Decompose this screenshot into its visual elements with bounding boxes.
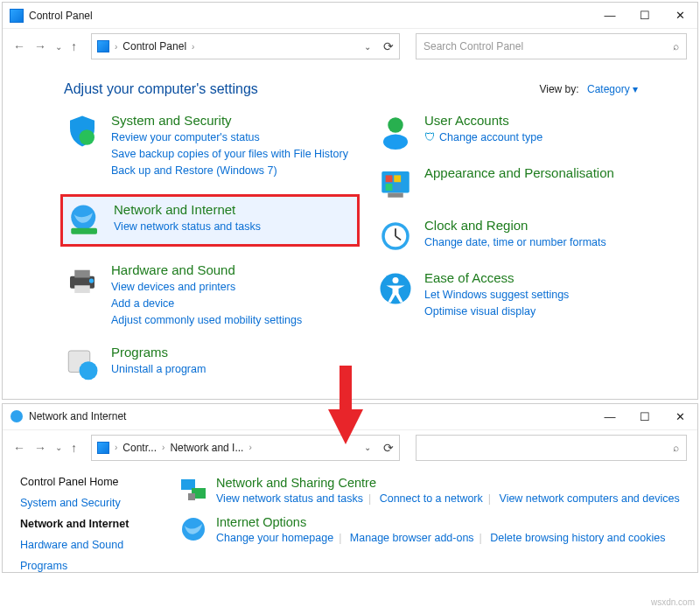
- category-link[interactable]: 🛡Change account type: [424, 129, 542, 146]
- svg-rect-12: [386, 175, 393, 182]
- refresh-button[interactable]: ⟳: [383, 39, 394, 53]
- category-title: Programs: [111, 345, 206, 359]
- svg-point-0: [80, 129, 95, 145]
- back-button[interactable]: ←: [13, 441, 25, 455]
- control-panel-icon: [10, 9, 24, 23]
- shield-icon: [64, 113, 101, 150]
- category-link[interactable]: Change date, time or number formats: [424, 234, 606, 251]
- svg-rect-15: [394, 184, 401, 191]
- search-input[interactable]: Search Control Panel ⌕: [416, 33, 687, 59]
- category-clock-region[interactable]: Clock and Region Change date, time or nu…: [377, 218, 673, 255]
- page-heading: Adjust your computer's settings: [64, 81, 258, 97]
- svg-point-10: [383, 135, 408, 150]
- category-programs[interactable]: Programs Uninstall a program: [64, 345, 360, 381]
- applet-network-sharing[interactable]: Network and Sharing Centre View network …: [179, 476, 680, 505]
- category-link[interactable]: Uninstall a program: [111, 361, 206, 378]
- svg-rect-26: [188, 493, 195, 500]
- category-link[interactable]: Optimise visual display: [424, 304, 569, 320]
- minimize-button[interactable]: —: [592, 3, 627, 29]
- svg-rect-16: [388, 193, 403, 198]
- category-title: Ease of Access: [424, 270, 569, 285]
- network-sharing-icon: [179, 476, 207, 504]
- chevron-right-icon: ›: [115, 42, 117, 52]
- back-button[interactable]: ←: [13, 39, 25, 53]
- category-title: Appearance and Personalisation: [424, 165, 614, 180]
- svg-point-6: [89, 279, 94, 283]
- nav-item[interactable]: Programs: [20, 560, 169, 572]
- address-dropdown[interactable]: ⌄: [364, 42, 371, 52]
- window-title: Control Panel: [29, 10, 93, 22]
- programs-icon: [64, 345, 101, 381]
- applet-title: Internet Options: [216, 515, 665, 529]
- close-button[interactable]: ✕: [662, 403, 697, 429]
- category-link[interactable]: View network status and tasks: [114, 219, 261, 235]
- nav-home[interactable]: Control Panel Home: [20, 476, 169, 488]
- close-button[interactable]: ✕: [662, 3, 697, 29]
- category-title: Clock and Region: [424, 218, 606, 233]
- forward-button[interactable]: →: [34, 441, 46, 455]
- category-title: System and Security: [111, 113, 348, 128]
- chevron-right-icon: ›: [162, 443, 164, 452]
- search-input[interactable]: ⌕: [416, 435, 687, 461]
- chevron-right-icon: ›: [248, 443, 251, 452]
- applet-link[interactable]: View network status and tasks: [216, 492, 363, 505]
- search-icon: ⌕: [673, 40, 679, 52]
- maximize-button[interactable]: ☐: [627, 3, 662, 29]
- annotation-arrow-icon: [324, 366, 368, 444]
- minimize-button[interactable]: —: [592, 403, 627, 429]
- refresh-button[interactable]: ⟳: [383, 441, 394, 455]
- category-user-accounts[interactable]: User Accounts 🛡Change account type: [377, 113, 673, 150]
- breadcrumb[interactable]: Control Panel: [122, 40, 186, 52]
- applet-link[interactable]: Delete browsing history and cookies: [490, 532, 665, 544]
- address-bar[interactable]: › Control Panel › ⌄ ⟳: [91, 33, 400, 59]
- applet-link[interactable]: Manage browser add-ons: [350, 532, 474, 544]
- nav-item[interactable]: System and Security: [20, 497, 169, 509]
- svg-rect-4: [74, 270, 90, 278]
- applet-link[interactable]: Change your homepage: [216, 532, 333, 544]
- chevron-right-icon: ›: [192, 42, 194, 52]
- globe-icon: [10, 409, 24, 423]
- category-network-internet[interactable]: Network and Internet View network status…: [60, 194, 360, 247]
- forward-button[interactable]: →: [34, 39, 46, 53]
- breadcrumb[interactable]: Contr...: [122, 442, 157, 454]
- category-link[interactable]: Add a device: [111, 296, 302, 312]
- applet-link[interactable]: View network computers and devices: [500, 492, 680, 505]
- recent-dropdown[interactable]: ⌄: [55, 42, 62, 52]
- category-link[interactable]: Let Windows suggest settings: [424, 287, 569, 304]
- viewby-label: View by: Category ▾: [539, 83, 638, 95]
- printer-icon: [64, 262, 101, 299]
- category-link[interactable]: Adjust commonly used mobility settings: [111, 312, 302, 329]
- applet-link[interactable]: Connect to a network: [380, 492, 483, 505]
- nav-item-current[interactable]: Network and Internet: [20, 518, 169, 530]
- appearance-icon: [377, 165, 414, 202]
- category-link[interactable]: Save backup copies of your files with Fi…: [111, 146, 348, 163]
- accessibility-icon: [377, 270, 414, 307]
- up-button[interactable]: ↑: [71, 441, 77, 455]
- svg-rect-5: [74, 286, 90, 294]
- viewby-dropdown[interactable]: Category ▾: [587, 83, 638, 95]
- category-system-security[interactable]: System and Security Review your computer…: [64, 113, 360, 178]
- svg-point-23: [10, 410, 23, 422]
- applet-internet-options[interactable]: Internet Options Change your homepage| M…: [179, 515, 680, 544]
- control-panel-icon: [97, 40, 109, 52]
- svg-rect-13: [394, 175, 401, 182]
- recent-dropdown[interactable]: ⌄: [55, 443, 62, 452]
- side-nav: Control Panel Home System and Security N…: [20, 476, 169, 572]
- category-title: Hardware and Sound: [111, 262, 302, 277]
- category-hardware-sound[interactable]: Hardware and Sound View devices and prin…: [64, 262, 360, 328]
- chevron-right-icon: ›: [115, 443, 117, 452]
- category-ease-of-access[interactable]: Ease of Access Let Windows suggest setti…: [377, 270, 673, 320]
- svg-point-8: [80, 361, 98, 380]
- category-title: User Accounts: [424, 113, 542, 128]
- category-appearance[interactable]: Appearance and Personalisation: [377, 165, 673, 202]
- category-link[interactable]: Review your computer's status: [111, 129, 348, 146]
- category-link[interactable]: View devices and printers: [111, 279, 302, 296]
- search-placeholder: Search Control Panel: [424, 40, 673, 52]
- up-button[interactable]: ↑: [71, 39, 77, 53]
- nav-item[interactable]: Hardware and Sound: [20, 539, 169, 551]
- maximize-button[interactable]: ☐: [627, 403, 662, 429]
- control-panel-icon: [97, 442, 109, 454]
- category-link[interactable]: Back up and Restore (Windows 7): [111, 163, 348, 179]
- search-icon: ⌕: [673, 442, 679, 454]
- breadcrumb[interactable]: Network and I...: [170, 442, 243, 454]
